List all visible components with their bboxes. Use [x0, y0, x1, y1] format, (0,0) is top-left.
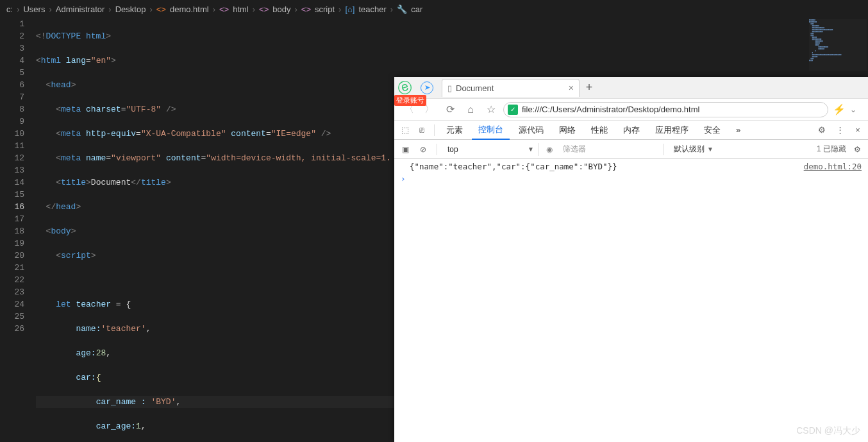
inspect-icon[interactable]: ⬚ [398, 125, 412, 135]
line-gutter: 1234567891011121314151617181920212223242… [0, 18, 36, 442]
close-tab-icon[interactable]: × [569, 83, 574, 93]
address-bar: 〈 〉 ⟳ ⌂ ☆ ✓ file:///C:/Users/Administrat… [394, 99, 868, 121]
gear-icon[interactable]: ⚙ [815, 125, 828, 135]
context-select[interactable]: top ▼ [444, 143, 538, 156]
url-text: file:///C:/Users/Administrator/Desktop/d… [522, 105, 699, 114]
watermark: CSDN @冯大少 [796, 425, 860, 437]
bc-users[interactable]: Users [23, 4, 45, 14]
object-icon: [⌂] [345, 4, 355, 14]
favorite-icon[interactable]: ☆ [483, 103, 499, 115]
kebab-icon[interactable]: ⋮ [833, 125, 846, 135]
chevron-right-icon: › [338, 4, 341, 14]
device-icon[interactable]: ⎚ [415, 125, 429, 135]
browser-window: 登录账号 ⓔ ➤ ▯ Document × + 〈 〉 ⟳ ⌂ ☆ ✓ file… [394, 77, 868, 442]
filter-input[interactable]: 筛选器 [560, 143, 656, 156]
bc-teacher[interactable]: teacher [358, 4, 386, 14]
play-icon[interactable]: ▣ [398, 145, 412, 154]
bc-car[interactable]: car [411, 4, 422, 14]
tab-elements[interactable]: 元素 [440, 121, 469, 140]
shield-icon: ✓ [508, 105, 518, 115]
browser-tabstrip: ⓔ ➤ ▯ Document × + [394, 77, 868, 99]
tag-icon: <> [259, 4, 269, 14]
console-log-row: {"name":"teacher","car":{"car_name":"BYD… [401, 162, 862, 171]
close-icon[interactable]: × [851, 125, 864, 135]
separator [437, 144, 437, 155]
chevron-right-icon: › [108, 4, 111, 14]
tab-memory[interactable]: 内存 [617, 121, 646, 140]
bc-script[interactable]: script [315, 4, 335, 14]
page-icon: ▯ [447, 83, 452, 93]
log-message: {"name":"teacher","car":{"car_name":"BYD… [410, 162, 617, 171]
chevron-right-icon: › [213, 4, 215, 14]
clear-icon[interactable]: ⊘ [416, 145, 430, 154]
bc-drive[interactable]: c: [6, 4, 13, 14]
login-badge[interactable]: 登录账号 [394, 95, 426, 106]
chevron-right-icon: › [17, 4, 19, 14]
chevron-right-icon: › [49, 4, 51, 14]
wrench-icon: 🔧 [397, 4, 407, 14]
bc-html[interactable]: html [233, 4, 249, 14]
minimap[interactable]: ██████████████████ ████ █████████ ██████… [809, 19, 867, 71]
chevron-down-icon: ▼ [528, 146, 534, 153]
home-icon[interactable]: ⌂ [462, 104, 479, 115]
chevron-down-icon: ▼ [707, 146, 714, 153]
bc-desktop[interactable]: Desktop [115, 4, 146, 14]
chevron-right-icon: › [253, 4, 255, 14]
tab-console[interactable]: 控制台 [472, 121, 510, 140]
tag-icon: <> [219, 4, 229, 14]
tag-icon: <> [301, 4, 311, 14]
chevron-right-icon: › [149, 4, 152, 14]
tab-performance[interactable]: 性能 [585, 121, 614, 140]
separator [663, 144, 664, 155]
bc-file[interactable]: demo.html [170, 4, 209, 14]
tab-sources[interactable]: 源代码 [512, 121, 550, 140]
tabs-overflow[interactable]: » [730, 121, 747, 140]
tab-network[interactable]: 网络 [553, 121, 582, 140]
level-select[interactable]: 默认级别 ▼ [670, 144, 717, 155]
chevron-right-icon: › [390, 4, 393, 14]
tab-application[interactable]: 应用程序 [649, 121, 695, 140]
console-filterbar: ▣ ⊘ top ▼ ◉ 筛选器 默认级别 ▼ 1 已隐藏 ⚙ [394, 140, 868, 159]
hidden-count[interactable]: 1 已隐藏 [817, 144, 846, 155]
chevron-right-icon: › [294, 4, 297, 14]
chevron-down-icon[interactable]: ⌄ [850, 105, 862, 114]
log-source-link[interactable]: demo.html:20 [804, 162, 862, 171]
console-output[interactable]: {"name":"teacher","car":{"car_name":"BYD… [394, 159, 868, 442]
new-tab-button[interactable]: + [580, 81, 599, 94]
separator [434, 124, 435, 136]
flash-icon[interactable]: ⚡ [832, 103, 846, 115]
devtools-tabs: ⬚ ⎚ 元素 控制台 源代码 网络 性能 内存 应用程序 安全 » ⚙ ⋮ × [394, 121, 868, 140]
breadcrumb: c:› Users› Administrator› Desktop› <> de… [0, 0, 868, 18]
tab-title: Document [456, 83, 494, 93]
eye-icon[interactable]: ◉ [542, 145, 556, 154]
url-input[interactable]: ✓ file:///C:/Users/Administrator/Desktop… [503, 102, 828, 117]
gear-icon[interactable]: ⚙ [850, 145, 864, 154]
console-prompt[interactable]: › [401, 174, 862, 183]
tab-security[interactable]: 安全 [697, 121, 727, 140]
bc-admin[interactable]: Administrator [56, 4, 105, 14]
bc-body[interactable]: body [272, 4, 290, 14]
browser-tab[interactable]: ▯ Document × [442, 79, 580, 97]
reload-icon[interactable]: ⟳ [442, 103, 458, 115]
html-file-icon: <> [156, 4, 166, 14]
